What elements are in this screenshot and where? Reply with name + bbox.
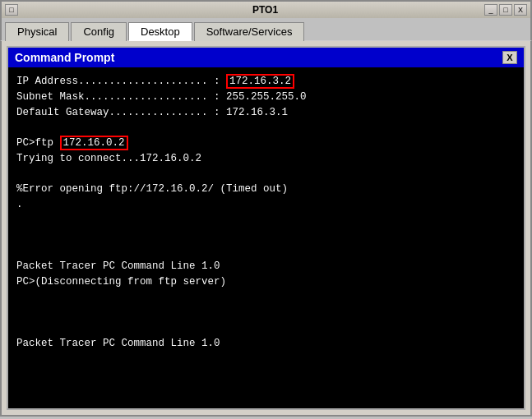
command-prompt-window: Command Prompt X IP Address.............…: [7, 46, 525, 410]
line-gateway: Default Gateway................ : 172.16…: [16, 105, 516, 121]
line-blank7: [16, 305, 516, 320]
line-subnet: Subnet Mask.................... : 255.25…: [16, 90, 516, 105]
ip-value: 172.16.3.2: [226, 74, 294, 89]
tab-desktop[interactable]: Desktop: [128, 22, 192, 41]
line-packet1: Packet Tracer PC Command Line 1.0: [16, 259, 516, 274]
cmd-title: Command Prompt: [15, 51, 114, 64]
line-blank3: [16, 213, 516, 228]
line-dot: .: [16, 197, 516, 213]
line-packet2: Packet Tracer PC Command Line 1.0: [16, 336, 516, 352]
tab-physical[interactable]: Physical: [5, 22, 69, 41]
ip-label: IP Address..................... :: [16, 76, 226, 87]
line-ip: IP Address..................... : 172.16…: [16, 74, 516, 90]
window-controls: _ □ X: [484, 4, 527, 16]
ftp-ip-value: 172.16.0.2: [60, 136, 128, 150]
tab-bar: Physical Config Desktop Software/Service…: [0, 18, 532, 40]
line-blank6: [16, 290, 516, 306]
tab-config[interactable]: Config: [71, 22, 127, 41]
line-trying: Trying to connect...172.16.0.2: [16, 151, 516, 167]
window-icon: □: [5, 4, 18, 16]
line-error: %Error opening ftp://172.16.0.2/ (Timed …: [16, 182, 516, 197]
line-blank2: [16, 167, 516, 182]
line-blank8: [16, 320, 516, 336]
cmd-body[interactable]: IP Address..................... : 172.16…: [8, 67, 524, 408]
main-content: Command Prompt X IP Address.............…: [0, 40, 532, 417]
line-disconnecting: PC>(Disconnecting from ftp server): [16, 274, 516, 290]
restore-button[interactable]: □: [499, 4, 512, 16]
window-titlebar: □ PTO1 _ □ X: [0, 0, 532, 18]
cmd-titlebar: Command Prompt X: [8, 48, 524, 67]
line-blank4: [16, 228, 516, 244]
window-title: PTO1: [46, 4, 484, 16]
minimize-button[interactable]: _: [484, 4, 497, 16]
cmd-close-button[interactable]: X: [502, 51, 517, 64]
line-blank1: [16, 120, 516, 136]
line-ftp-cmd: PC>ftp 172.16.0.2: [16, 136, 516, 151]
close-button[interactable]: X: [514, 4, 527, 16]
ftp-prefix: PC>ftp: [16, 137, 60, 149]
tab-software[interactable]: Software/Services: [194, 22, 305, 41]
line-blank5: [16, 243, 516, 259]
